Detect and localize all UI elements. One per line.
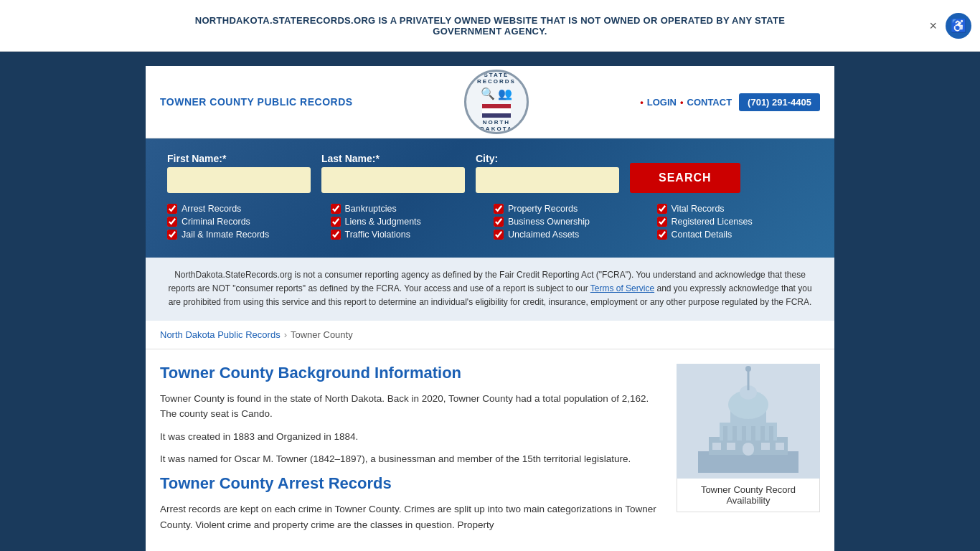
last-name-label: Last Name:*	[321, 153, 465, 164]
main-wrapper: TOWNER COUNTY PUBLIC RECORDS STATE RECOR…	[0, 52, 980, 551]
svg-rect-8	[723, 426, 727, 441]
login-link[interactable]: LOGIN	[647, 97, 677, 108]
flag-graphic	[482, 104, 511, 118]
checkbox-input[interactable]	[167, 230, 177, 240]
checkbox-item: Bankruptcies	[331, 204, 487, 214]
close-banner-button[interactable]: ×	[929, 18, 937, 33]
svg-rect-14	[712, 443, 721, 450]
checkbox-item: Arrest Records	[167, 204, 324, 214]
checkbox-label: Business Ownership	[508, 217, 590, 227]
site-logo: STATE RECORDS 🔍 👥 NORTH DAKOTA	[464, 70, 529, 134]
checkbox-label: Liens & Judgments	[345, 217, 421, 227]
checkbox-input[interactable]	[657, 217, 667, 227]
checkbox-label: Bankruptcies	[345, 204, 397, 214]
search-section: First Name:* Last Name:* City: SEARCH Ar…	[146, 138, 834, 258]
dot-1: •	[640, 97, 644, 108]
header-nav: • LOGIN • CONTACT (701) 291-4405	[640, 93, 820, 111]
checkbox-item: Unclaimed Assets	[494, 230, 650, 240]
checkbox-label: Traffic Violations	[345, 230, 410, 240]
checkbox-input[interactable]	[494, 230, 504, 240]
checkbox-input[interactable]	[331, 217, 341, 227]
site-title: TOWNER COUNTY PUBLIC RECORDS	[160, 96, 353, 108]
checkbox-input[interactable]	[657, 230, 667, 240]
page-content: Towner County Background Information Tow…	[146, 349, 834, 551]
checkbox-label: Vital Records	[672, 204, 725, 214]
search-button[interactable]: SEARCH	[630, 163, 740, 193]
logo-container: STATE RECORDS 🔍 👥 NORTH DAKOTA	[464, 73, 529, 131]
background-text-1: Towner County is found in the state of N…	[160, 391, 662, 422]
city-label: City:	[476, 153, 619, 164]
content-sidebar: Towner County Record Availability	[677, 364, 820, 540]
svg-point-7	[745, 366, 751, 372]
accessibility-icon: ♿	[951, 18, 966, 34]
breadcrumb-separator: ›	[284, 329, 287, 340]
checkbox-input[interactable]	[331, 230, 341, 240]
breadcrumb: North Dakota Public Records › Towner Cou…	[146, 321, 834, 349]
city-input[interactable]	[476, 167, 619, 193]
sidebar-image	[677, 364, 820, 479]
last-name-input[interactable]	[321, 167, 465, 193]
search-icon: 🔍	[481, 87, 495, 100]
checkbox-input[interactable]	[167, 204, 177, 214]
checkbox-label: Property Records	[508, 204, 578, 214]
city-group: City:	[476, 153, 619, 193]
phone-number[interactable]: (701) 291-4405	[739, 93, 820, 111]
breadcrumb-parent[interactable]: North Dakota Public Records	[160, 329, 281, 340]
last-name-group: Last Name:*	[321, 153, 465, 193]
checkbox-label: Registered Licenses	[672, 217, 753, 227]
terms-link[interactable]: Terms of Service	[590, 283, 654, 293]
building-illustration	[684, 365, 813, 476]
svg-rect-17	[776, 443, 784, 450]
people-icon: 👥	[498, 87, 512, 100]
search-row: First Name:* Last Name:* City: SEARCH	[167, 153, 813, 193]
svg-rect-15	[727, 443, 735, 450]
contact-link[interactable]: CONTACT	[687, 97, 732, 108]
checkbox-label: Unclaimed Assets	[508, 230, 579, 240]
first-name-group: First Name:*	[167, 153, 311, 193]
site-header: TOWNER COUNTY PUBLIC RECORDS STATE RECOR…	[146, 66, 834, 138]
background-text-3: It was named for Oscar M. Towner (1842–1…	[160, 451, 662, 467]
svg-rect-11	[751, 426, 755, 441]
svg-rect-12	[760, 426, 765, 441]
svg-rect-16	[761, 443, 770, 450]
checkbox-input[interactable]	[167, 217, 177, 227]
checkbox-item: Criminal Records	[167, 217, 324, 227]
sidebar-caption: Towner County Record Availability	[677, 479, 820, 512]
background-text-2: It was created in 1883 and Organized in …	[160, 429, 662, 445]
checkbox-item: Vital Records	[657, 204, 814, 214]
dot-2: •	[680, 97, 684, 108]
checkbox-item: Registered Licenses	[657, 217, 814, 227]
disclaimer: NorthDakota.StateRecords.org is not a co…	[146, 258, 834, 321]
background-title: Towner County Background Information	[160, 364, 662, 382]
svg-rect-18	[743, 443, 754, 456]
logo-bottom-text: NORTH DAKOTA	[466, 119, 527, 132]
checkbox-item: Jail & Inmate Records	[167, 230, 324, 240]
banner-text: NORTHDAKOTA.STATERECORDS.ORG IS A PRIVAT…	[167, 15, 813, 37]
logo-icons-row: 🔍 👥	[481, 87, 512, 100]
svg-rect-9	[732, 426, 737, 441]
checkbox-item: Business Ownership	[494, 217, 650, 227]
checkbox-label: Contact Details	[672, 230, 732, 240]
content-container: TOWNER COUNTY PUBLIC RECORDS STATE RECOR…	[146, 66, 834, 551]
svg-rect-13	[769, 426, 773, 441]
breadcrumb-current: Towner County	[291, 329, 353, 340]
logo-top-text: STATE RECORDS	[466, 72, 527, 85]
checkbox-input[interactable]	[331, 204, 341, 214]
content-main: Towner County Background Information Tow…	[160, 364, 662, 540]
first-name-label: First Name:*	[167, 153, 311, 164]
checkbox-label: Arrest Records	[182, 204, 241, 214]
arrest-text: Arrest records are kept on each crime in…	[160, 501, 662, 532]
checkbox-input[interactable]	[494, 204, 504, 214]
checkbox-item: Liens & Judgments	[331, 217, 487, 227]
first-name-input[interactable]	[167, 167, 311, 193]
checkbox-label: Jail & Inmate Records	[182, 230, 269, 240]
checkbox-input[interactable]	[494, 217, 504, 227]
svg-rect-10	[742, 426, 746, 441]
checkbox-item: Property Records	[494, 204, 650, 214]
top-banner: NORTHDAKOTA.STATERECORDS.ORG IS A PRIVAT…	[0, 0, 980, 52]
arrest-title: Towner County Arrest Records	[160, 474, 662, 493]
checkbox-input[interactable]	[657, 204, 667, 214]
accessibility-button[interactable]: ♿	[946, 13, 971, 39]
checkboxes-grid: Arrest RecordsBankruptciesProperty Recor…	[167, 204, 813, 240]
checkbox-label: Criminal Records	[182, 217, 250, 227]
